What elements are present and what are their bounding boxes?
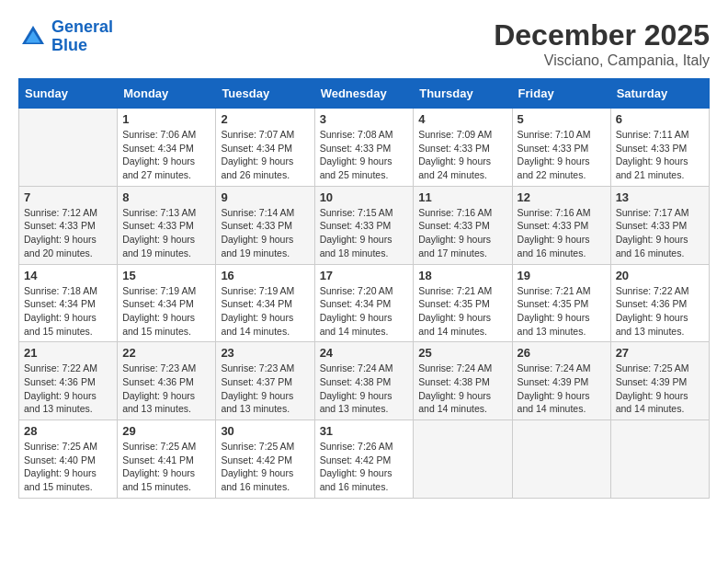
day-cell: 28Sunrise: 7:25 AM Sunset: 4:40 PM Dayli…	[19, 420, 118, 499]
day-cell: 7Sunrise: 7:12 AM Sunset: 4:33 PM Daylig…	[19, 186, 118, 264]
day-number: 4	[418, 112, 506, 126]
day-number: 14	[24, 269, 112, 282]
day-cell: 5Sunrise: 7:10 AM Sunset: 4:33 PM Daylig…	[512, 109, 610, 187]
day-number: 6	[616, 112, 704, 126]
day-cell: 14Sunrise: 7:18 AM Sunset: 4:34 PM Dayli…	[19, 264, 118, 342]
logo-text: General Blue	[51, 18, 113, 55]
day-number: 9	[221, 190, 309, 204]
day-cell: 13Sunrise: 7:17 AM Sunset: 4:33 PM Dayli…	[610, 186, 709, 264]
day-cell: 24Sunrise: 7:24 AM Sunset: 4:38 PM Dayli…	[314, 342, 414, 420]
day-info: Sunrise: 7:16 AM Sunset: 4:33 PM Dayligh…	[518, 206, 606, 260]
day-number: 2	[221, 112, 309, 126]
day-cell: 1Sunrise: 7:06 AM Sunset: 4:34 PM Daylig…	[118, 109, 216, 187]
day-number: 23	[221, 346, 309, 360]
day-cell: 4Sunrise: 7:09 AM Sunset: 4:33 PM Daylig…	[414, 109, 512, 187]
weekday-header-friday: Friday	[512, 79, 610, 109]
day-cell: 31Sunrise: 7:26 AM Sunset: 4:42 PM Dayli…	[314, 420, 414, 499]
day-info: Sunrise: 7:26 AM Sunset: 4:42 PM Dayligh…	[320, 440, 409, 494]
weekday-header-row: SundayMondayTuesdayWednesdayThursdayFrid…	[19, 79, 710, 109]
day-cell: 15Sunrise: 7:19 AM Sunset: 4:34 PM Dayli…	[118, 264, 216, 342]
day-cell: 19Sunrise: 7:21 AM Sunset: 4:35 PM Dayli…	[512, 264, 610, 342]
day-info: Sunrise: 7:21 AM Sunset: 4:35 PM Dayligh…	[418, 284, 506, 339]
day-cell: 12Sunrise: 7:16 AM Sunset: 4:33 PM Dayli…	[512, 186, 610, 264]
day-info: Sunrise: 7:25 AM Sunset: 4:40 PM Dayligh…	[24, 440, 112, 494]
day-number: 10	[320, 190, 409, 204]
day-number: 17	[320, 269, 409, 282]
day-info: Sunrise: 7:24 AM Sunset: 4:39 PM Dayligh…	[518, 362, 606, 416]
day-cell: 17Sunrise: 7:20 AM Sunset: 4:34 PM Dayli…	[314, 264, 414, 342]
day-cell: 3Sunrise: 7:08 AM Sunset: 4:33 PM Daylig…	[314, 109, 414, 187]
day-info: Sunrise: 7:07 AM Sunset: 4:34 PM Dayligh…	[221, 128, 309, 182]
day-info: Sunrise: 7:09 AM Sunset: 4:33 PM Dayligh…	[418, 128, 506, 182]
day-info: Sunrise: 7:24 AM Sunset: 4:38 PM Dayligh…	[320, 362, 409, 416]
week-row-3: 14Sunrise: 7:18 AM Sunset: 4:34 PM Dayli…	[19, 264, 710, 342]
day-info: Sunrise: 7:12 AM Sunset: 4:33 PM Dayligh…	[24, 206, 112, 260]
day-cell: 22Sunrise: 7:23 AM Sunset: 4:36 PM Dayli…	[118, 342, 216, 420]
day-info: Sunrise: 7:24 AM Sunset: 4:38 PM Dayligh…	[418, 362, 506, 416]
day-cell: 6Sunrise: 7:11 AM Sunset: 4:33 PM Daylig…	[610, 109, 709, 187]
day-number: 26	[518, 346, 606, 360]
day-info: Sunrise: 7:16 AM Sunset: 4:33 PM Dayligh…	[418, 206, 506, 260]
day-info: Sunrise: 7:10 AM Sunset: 4:33 PM Dayligh…	[518, 128, 606, 182]
day-cell: 11Sunrise: 7:16 AM Sunset: 4:33 PM Dayli…	[414, 186, 512, 264]
day-cell: 30Sunrise: 7:25 AM Sunset: 4:42 PM Dayli…	[216, 420, 314, 499]
day-cell: 10Sunrise: 7:15 AM Sunset: 4:33 PM Dayli…	[314, 186, 414, 264]
day-info: Sunrise: 7:25 AM Sunset: 4:39 PM Dayligh…	[616, 362, 704, 416]
day-number: 20	[616, 269, 704, 282]
location: Visciano, Campania, Italy	[494, 52, 710, 69]
day-number: 8	[122, 190, 210, 204]
day-number: 7	[24, 190, 112, 204]
day-cell	[19, 109, 118, 187]
day-number: 12	[518, 190, 606, 204]
day-cell: 2Sunrise: 7:07 AM Sunset: 4:34 PM Daylig…	[216, 109, 314, 187]
day-cell	[512, 420, 610, 499]
day-number: 30	[221, 424, 309, 438]
day-number: 5	[518, 112, 606, 126]
day-number: 13	[616, 190, 704, 204]
day-number: 19	[518, 269, 606, 282]
weekday-header-sunday: Sunday	[19, 79, 118, 109]
day-number: 16	[221, 269, 309, 282]
weekday-header-monday: Monday	[118, 79, 216, 109]
day-cell: 18Sunrise: 7:21 AM Sunset: 4:35 PM Dayli…	[414, 264, 512, 342]
day-cell: 27Sunrise: 7:25 AM Sunset: 4:39 PM Dayli…	[610, 342, 709, 420]
day-cell: 20Sunrise: 7:22 AM Sunset: 4:36 PM Dayli…	[610, 264, 709, 342]
day-info: Sunrise: 7:22 AM Sunset: 4:36 PM Dayligh…	[616, 284, 704, 339]
day-number: 18	[418, 269, 506, 282]
day-info: Sunrise: 7:19 AM Sunset: 4:34 PM Dayligh…	[122, 284, 210, 339]
day-info: Sunrise: 7:21 AM Sunset: 4:35 PM Dayligh…	[518, 284, 606, 339]
day-cell: 29Sunrise: 7:25 AM Sunset: 4:41 PM Dayli…	[118, 420, 216, 499]
day-info: Sunrise: 7:20 AM Sunset: 4:34 PM Dayligh…	[320, 284, 409, 339]
day-info: Sunrise: 7:06 AM Sunset: 4:34 PM Dayligh…	[122, 128, 210, 182]
week-row-4: 21Sunrise: 7:22 AM Sunset: 4:36 PM Dayli…	[19, 342, 710, 420]
day-info: Sunrise: 7:15 AM Sunset: 4:33 PM Dayligh…	[320, 206, 409, 260]
day-info: Sunrise: 7:25 AM Sunset: 4:41 PM Dayligh…	[122, 440, 210, 494]
day-number: 15	[122, 269, 210, 282]
day-info: Sunrise: 7:17 AM Sunset: 4:33 PM Dayligh…	[616, 206, 704, 260]
logo: General Blue	[18, 18, 113, 55]
day-cell: 21Sunrise: 7:22 AM Sunset: 4:36 PM Dayli…	[19, 342, 118, 420]
day-number: 25	[418, 346, 506, 360]
day-cell: 25Sunrise: 7:24 AM Sunset: 4:38 PM Dayli…	[414, 342, 512, 420]
day-info: Sunrise: 7:08 AM Sunset: 4:33 PM Dayligh…	[320, 128, 409, 182]
day-number: 1	[122, 112, 210, 126]
day-number: 29	[122, 424, 210, 438]
day-number: 24	[320, 346, 409, 360]
day-info: Sunrise: 7:13 AM Sunset: 4:33 PM Dayligh…	[122, 206, 210, 260]
day-number: 27	[616, 346, 704, 360]
day-info: Sunrise: 7:14 AM Sunset: 4:33 PM Dayligh…	[221, 206, 309, 260]
day-cell: 9Sunrise: 7:14 AM Sunset: 4:33 PM Daylig…	[216, 186, 314, 264]
day-info: Sunrise: 7:19 AM Sunset: 4:34 PM Dayligh…	[221, 284, 309, 339]
day-info: Sunrise: 7:23 AM Sunset: 4:36 PM Dayligh…	[122, 362, 210, 416]
calendar-body: 1Sunrise: 7:06 AM Sunset: 4:34 PM Daylig…	[19, 109, 710, 499]
day-info: Sunrise: 7:22 AM Sunset: 4:36 PM Dayligh…	[24, 362, 112, 416]
week-row-1: 1Sunrise: 7:06 AM Sunset: 4:34 PM Daylig…	[19, 109, 710, 187]
day-cell	[610, 420, 709, 499]
weekday-header-thursday: Thursday	[414, 79, 512, 109]
day-info: Sunrise: 7:11 AM Sunset: 4:33 PM Dayligh…	[616, 128, 704, 182]
week-row-2: 7Sunrise: 7:12 AM Sunset: 4:33 PM Daylig…	[19, 186, 710, 264]
week-row-5: 28Sunrise: 7:25 AM Sunset: 4:40 PM Dayli…	[19, 420, 710, 499]
page-header: General Blue December 2025 Visciano, Cam…	[18, 18, 710, 69]
day-number: 21	[24, 346, 112, 360]
weekday-header-tuesday: Tuesday	[216, 79, 314, 109]
